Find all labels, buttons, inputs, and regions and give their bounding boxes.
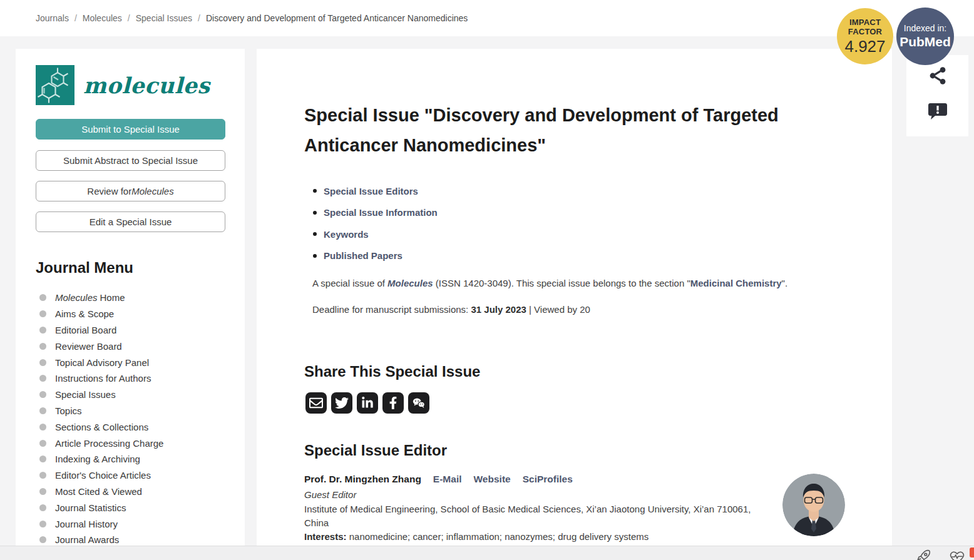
page-title: Special Issue "Discovery and Development…: [304, 100, 855, 160]
heart-pulse-icon[interactable]: [949, 549, 965, 560]
menu-item-instructions-for-authors[interactable]: Instructions for Authors: [39, 370, 163, 387]
email-icon[interactable]: [305, 392, 327, 414]
molecules-logo-icon: [36, 65, 74, 105]
menu-item-label: Journal History: [55, 519, 118, 529]
issue-description: A special issue of Molecules (ISSN 1420-…: [312, 277, 832, 290]
review-for-molecules-button[interactable]: Review for Molecules: [36, 181, 225, 201]
toc-item-information[interactable]: Special Issue Information: [313, 207, 438, 218]
bullet-icon: [39, 343, 46, 350]
menu-item-reviewer-board[interactable]: Reviewer Board: [39, 338, 163, 354]
bullet-icon: [39, 294, 46, 301]
menu-item-label: Aims & Scope: [55, 308, 114, 319]
menu-item-molecules-home[interactable]: MoleculesHome: [39, 290, 163, 306]
toc-item-editors[interactable]: Special Issue Editors: [313, 185, 438, 196]
toc-link[interactable]: Special Issue Editors: [324, 186, 418, 196]
menu-item-label: Home: [100, 292, 125, 303]
journal-menu-heading: Journal Menu: [36, 259, 133, 277]
deadline-line: Deadline for manuscript submissions: 31 …: [312, 304, 590, 315]
rocket-icon[interactable]: [915, 549, 931, 560]
toc-list: Special Issue Editors Special Issue Info…: [313, 185, 438, 272]
menu-item-indexing-archiving[interactable]: Indexing & Archiving: [39, 451, 163, 467]
bullet-icon: [39, 456, 46, 462]
breadcrumb: Journals/Molecules/Special Issues/Discov…: [36, 13, 468, 23]
page: Journals/Molecules/Special Issues/Discov…: [0, 0, 974, 560]
menu-item-label: Editor's Choice Articles: [55, 470, 151, 481]
bullet-icon: [39, 424, 46, 430]
breadcrumb-separator: /: [74, 13, 77, 23]
toc-item-keywords[interactable]: Keywords: [313, 228, 438, 240]
sidebar: molecules Submit to Special Issue Submit…: [16, 49, 245, 546]
menu-item-label: Journal Statistics: [55, 502, 126, 513]
report-issue-icon[interactable]: [928, 101, 948, 121]
editor-name: Prof. Dr. Mingzhen Zhang: [304, 472, 421, 486]
impact-factor-value: 4.927: [844, 37, 885, 56]
pubmed-badge[interactable]: Indexed in: PubMed: [896, 8, 954, 65]
toc-link[interactable]: Published Papers: [324, 250, 402, 261]
menu-item-label: Sections & Collections: [55, 422, 148, 432]
bullet-icon: [39, 536, 46, 543]
bullet-icon: [39, 488, 46, 495]
editor-sciprofiles-link[interactable]: SciProfiles: [523, 472, 573, 486]
bullet-icon: [313, 189, 317, 193]
toc-item-published-papers[interactable]: Published Papers: [313, 250, 438, 262]
breadcrumb-current: Discovery and Development of Targeted An…: [206, 13, 468, 23]
main-content: Special Issue "Discovery and Development…: [257, 49, 892, 546]
deadline-date: 31 July 2023: [471, 304, 526, 315]
menu-item-journal-statistics[interactable]: Journal Statistics: [39, 499, 163, 516]
facebook-icon[interactable]: [382, 392, 404, 414]
bullet-icon: [39, 375, 46, 382]
twitter-icon[interactable]: [331, 392, 352, 414]
menu-item-topical-advisory-panel[interactable]: Topical Advisory Panel: [39, 354, 163, 370]
impact-factor-badge[interactable]: IMPACT FACTOR 4.927: [837, 8, 893, 64]
bullet-icon: [39, 472, 46, 479]
editor-website-link[interactable]: Website: [474, 472, 511, 486]
social-share-row: [305, 392, 429, 414]
bullet-icon: [313, 211, 317, 215]
submit-to-special-issue-button[interactable]: Submit to Special Issue: [36, 119, 225, 140]
menu-item-label: Special Issues: [55, 389, 116, 400]
interests-label: Interests:: [304, 531, 347, 542]
breadcrumb-special-issues[interactable]: Special Issues: [136, 13, 192, 23]
submit-abstract-button[interactable]: Submit Abstract to Special Issue: [36, 150, 225, 171]
bullet-icon: [39, 310, 46, 317]
menu-item-article-processing-charge[interactable]: Article Processing Charge: [39, 435, 163, 451]
bullet-icon: [313, 232, 317, 236]
review-button-label: Review for: [87, 186, 131, 196]
bullet-icon: [39, 391, 46, 398]
menu-item-sections-collections[interactable]: Sections & Collections: [39, 419, 163, 435]
section-link[interactable]: Medicinal Chemistry: [690, 278, 782, 288]
description-text: (ISSN 1420-3049). This special issue bel…: [433, 278, 690, 288]
menu-item-label: Article Processing Charge: [55, 438, 163, 449]
menu-item-topics[interactable]: Topics: [39, 403, 163, 419]
editor-role: Guest Editor: [304, 488, 761, 502]
menu-item-journal-history[interactable]: Journal History: [39, 516, 163, 532]
editor-interests: Interests: nanomedicine; cancer; inflamm…: [304, 530, 761, 544]
menu-item-most-cited-viewed[interactable]: Most Cited & Viewed: [39, 484, 163, 500]
menu-item-label: Topics: [55, 405, 82, 416]
journal-link[interactable]: Molecules: [387, 278, 433, 288]
feedback-tab[interactable]: [970, 547, 974, 557]
wechat-icon[interactable]: [408, 392, 429, 414]
menu-item-label: Reviewer Board: [55, 341, 122, 352]
toc-link[interactable]: Special Issue Information: [324, 207, 438, 218]
menu-item-label: Instructions for Authors: [55, 373, 151, 384]
menu-item-editors-choice-articles[interactable]: Editor's Choice Articles: [39, 467, 163, 484]
share-icon[interactable]: [928, 66, 948, 86]
breadcrumb-molecules[interactable]: Molecules: [83, 13, 122, 23]
impact-factor-word1: IMPACT: [849, 18, 881, 27]
menu-item-editorial-board[interactable]: Editorial Board: [39, 322, 163, 339]
journal-logo[interactable]: molecules: [36, 65, 210, 105]
linkedin-icon[interactable]: [357, 392, 378, 414]
toc-link[interactable]: Keywords: [324, 229, 369, 240]
edit-special-issue-button[interactable]: Edit a Special Issue: [36, 211, 225, 232]
menu-item-special-issues[interactable]: Special Issues: [39, 387, 163, 403]
edit-button-label: Edit a Special Issue: [90, 216, 172, 227]
menu-item-aims-scope[interactable]: Aims & Scope: [39, 306, 163, 322]
breadcrumb-journals[interactable]: Journals: [36, 13, 69, 23]
interests-text: nanomedicine; cancer; inflammation; nano…: [347, 531, 649, 542]
breadcrumb-separator: /: [198, 13, 200, 23]
viewed-count: | Viewed by 20: [526, 304, 590, 315]
menu-item-label: Molecules: [55, 292, 98, 303]
menu-item-label: Indexing & Archiving: [55, 454, 140, 464]
editor-email-link[interactable]: E-Mail: [433, 472, 462, 486]
